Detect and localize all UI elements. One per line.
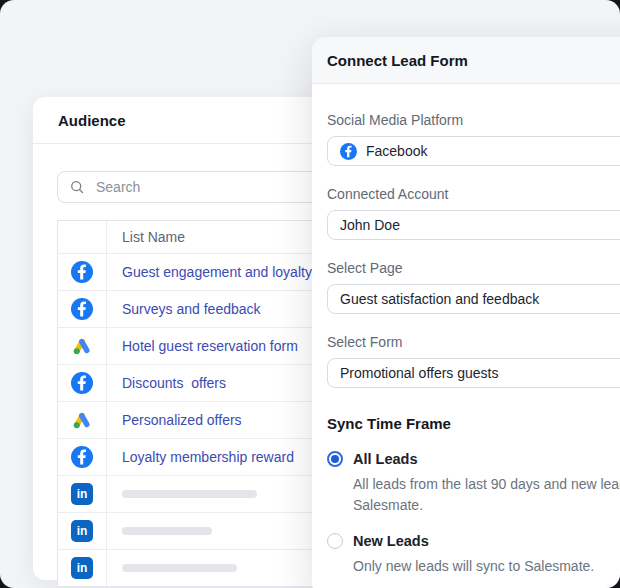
account-select[interactable]: John Doe (327, 210, 620, 240)
field-group-platform: Social Media Platform Facebook (327, 110, 620, 166)
facebook-icon (58, 439, 107, 475)
linkedin-icon: in (58, 513, 107, 549)
connect-panel-title: Connect Lead Form (327, 52, 468, 69)
new-leads-description: Only new leads will sync to Salesmate. (353, 556, 620, 577)
radio-option-all-leads[interactable]: All Leads All leads from the last 90 day… (327, 448, 620, 516)
screen: Audience List Name (0, 0, 620, 588)
connect-lead-form-panel: Connect Lead Form Social Media Platform … (312, 37, 620, 588)
skeleton-bar (122, 564, 237, 572)
facebook-icon (340, 143, 357, 160)
radio-selected-icon[interactable] (327, 451, 343, 467)
platform-label: Social Media Platform (327, 110, 620, 130)
page-label: Select Page (327, 258, 620, 278)
radio-unselected-icon[interactable] (327, 533, 343, 549)
icon-column-header (58, 221, 107, 253)
sync-time-frame-heading: Sync Time Frame (327, 414, 620, 434)
page-select[interactable]: Guest satisfaction and feedback (327, 284, 620, 314)
google-ads-icon (58, 402, 107, 438)
new-leads-label: New Leads (353, 533, 429, 549)
account-value: John Doe (340, 217, 400, 233)
skeleton-bar (122, 490, 257, 498)
radio-option-new-leads[interactable]: New Leads Only new leads will sync to Sa… (327, 530, 620, 577)
facebook-icon (58, 254, 107, 290)
facebook-icon (58, 365, 107, 401)
form-value: Promotional offers guests (340, 365, 499, 381)
field-group-form: Select Form Promotional offers guests (327, 332, 620, 388)
page-value: Guest satisfaction and feedback (340, 291, 539, 307)
platform-select[interactable]: Facebook (327, 136, 620, 166)
form-select[interactable]: Promotional offers guests (327, 358, 620, 388)
connect-panel-header: Connect Lead Form (312, 37, 620, 84)
linkedin-icon: in (58, 550, 107, 586)
audience-title: Audience (58, 112, 126, 129)
field-group-account: Connected Account John Doe (327, 184, 620, 240)
search-icon (69, 179, 85, 195)
google-ads-icon (58, 328, 107, 364)
all-leads-label: All Leads (353, 451, 417, 467)
field-group-page: Select Page Guest satisfaction and feedb… (327, 258, 620, 314)
linkedin-icon: in (58, 476, 107, 512)
skeleton-bar (122, 527, 212, 535)
form-label: Select Form (327, 332, 620, 352)
all-leads-description: All leads from the last 90 days and new … (353, 474, 620, 516)
connect-panel-body: Social Media Platform Facebook Connected… (312, 84, 620, 577)
platform-value: Facebook (366, 143, 427, 159)
facebook-icon (58, 291, 107, 327)
account-label: Connected Account (327, 184, 620, 204)
